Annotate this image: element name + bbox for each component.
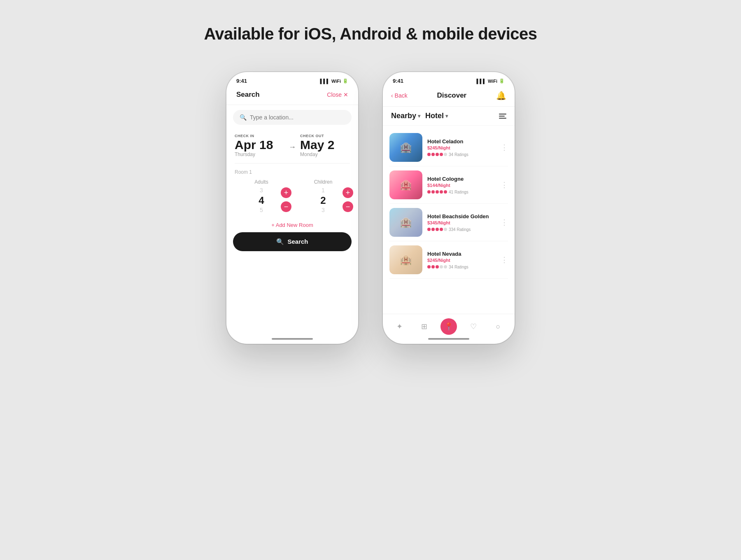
hotel-more-button[interactable]: ⋮ <box>501 255 508 264</box>
phone1-content: Search Close ✕ 🔍 CHECK IN Apr 18 Thursda… <box>226 86 358 335</box>
nav-profile[interactable]: ○ <box>490 318 506 335</box>
hotel-image: 🏨 <box>389 208 422 237</box>
hotel-image-decoration: 🏨 <box>389 170 422 199</box>
divider <box>235 163 350 163</box>
search-input-area: 🔍 <box>226 105 358 130</box>
rating-count: 34 Ratings <box>449 152 468 157</box>
children-block: Children 1 2 3 + − <box>296 179 350 215</box>
location-icon: 📍 <box>444 322 453 331</box>
checkin-block[interactable]: CHECK IN Apr 18 Thursday <box>235 134 284 157</box>
hotel-dropdown[interactable]: Hotel ▾ <box>425 112 448 120</box>
filter-line-2 <box>499 116 505 117</box>
phone-discover: 9:41 ▌▌▌ WiFi 🔋 ‹ Back Discover 🔔 Nearby… <box>383 72 515 344</box>
hotel-price: $245/Night <box>427 258 496 263</box>
close-button[interactable]: Close ✕ <box>327 91 348 98</box>
adults-stepper: 3 4 5 + − <box>235 187 288 215</box>
page-title: Available for iOS, Android & mobile devi… <box>204 25 537 43</box>
star-icon <box>444 228 447 231</box>
hotel-card[interactable]: 🏨 Hotel Nevada $245/Night 34 Ratings ⋮ <box>389 241 508 279</box>
nearby-label: Nearby <box>391 112 416 120</box>
status-bar-1: 9:41 ▌▌▌ WiFi 🔋 <box>226 72 358 86</box>
star-icon <box>427 190 431 194</box>
heart-icon: ♡ <box>470 322 477 331</box>
notification-bell-icon[interactable]: 🔔 <box>496 91 506 100</box>
adults-next: 5 <box>260 206 263 215</box>
wifi-icon-2: WiFi <box>488 79 497 84</box>
hotel-more-button[interactable]: ⋮ <box>501 143 508 152</box>
rating-count: 334 Ratings <box>449 227 471 232</box>
location-input[interactable] <box>250 114 345 121</box>
children-decrement-button[interactable]: − <box>343 201 353 212</box>
children-current: 2 <box>320 195 326 207</box>
star-icon <box>431 153 435 156</box>
star-icon <box>427 228 431 231</box>
stars-container <box>427 228 447 231</box>
status-time-1: 9:41 <box>236 78 247 84</box>
hotel-image: 🏨 <box>389 245 422 274</box>
dates-section: CHECK IN Apr 18 Thursday → CHECK OUT May… <box>226 130 358 157</box>
nav-grid[interactable]: ⊞ <box>416 318 432 335</box>
star-icon <box>440 228 443 231</box>
adults-label: Adults <box>235 179 288 185</box>
filter-adjust-button[interactable] <box>499 114 506 119</box>
hotel-rating: 34 Ratings <box>427 152 496 157</box>
search-button[interactable]: 🔍 Search <box>233 232 352 251</box>
star-icon <box>440 265 443 268</box>
home-bar-2 <box>428 338 469 340</box>
hotel-rating: 34 Ratings <box>427 265 496 269</box>
children-next: 3 <box>322 206 325 215</box>
hotel-more-button[interactable]: ⋮ <box>501 218 508 227</box>
adults-current: 4 <box>259 195 264 207</box>
adults-decrement-button[interactable]: − <box>281 201 291 212</box>
nav-favorites[interactable]: ♡ <box>465 318 482 335</box>
hotel-card[interactable]: 🏨 Hotel Beachside Golden $345/Night 334 … <box>389 204 508 241</box>
hotel-name: Hotel Beachside Golden <box>427 213 496 219</box>
star-icon <box>431 228 435 231</box>
battery-icon-2: 🔋 <box>499 78 505 84</box>
search-input-box[interactable]: 🔍 <box>233 110 352 125</box>
star-icon <box>431 265 435 268</box>
adults-increment-button[interactable]: + <box>281 187 291 198</box>
adults-block: Adults 3 4 5 + − <box>235 179 288 215</box>
nav-explore[interactable]: ✦ <box>391 318 408 335</box>
bottom-navigation: ✦ ⊞ 📍 ♡ ○ <box>383 314 515 335</box>
nav-location[interactable]: 📍 <box>440 318 457 335</box>
hotel-info: Hotel Cologne $144/Night 41 Ratings <box>427 176 496 194</box>
checkout-block[interactable]: CHECK OUT May 2 Monday <box>300 134 350 157</box>
filter-line-1 <box>499 114 506 114</box>
signal-icon-2: ▌▌▌ <box>476 79 486 84</box>
hotel-rating: 41 Ratings <box>427 190 496 194</box>
star-icon <box>436 190 439 194</box>
search-btn-label: Search <box>287 238 308 245</box>
home-bar-1 <box>272 338 313 340</box>
star-icon <box>440 153 443 156</box>
search-screen-header: Search Close ✕ <box>226 86 358 105</box>
phone-search: 9:41 ▌▌▌ WiFi 🔋 Search Close ✕ 🔍 <box>226 72 358 344</box>
hotel-name: Hotel Celadon <box>427 138 496 145</box>
checkout-day: Monday <box>300 152 350 157</box>
checkin-label: CHECK IN <box>235 134 284 138</box>
checkin-day: Thursday <box>235 152 284 157</box>
hotel-more-button[interactable]: ⋮ <box>501 180 508 189</box>
children-prev: 1 <box>322 187 325 195</box>
grid-icon: ⊞ <box>421 322 427 331</box>
nearby-dropdown[interactable]: Nearby ▾ <box>391 112 420 120</box>
hotel-image: 🏨 <box>389 133 422 162</box>
star-icon <box>444 190 447 194</box>
add-room-button[interactable]: + Add New Room <box>226 222 358 228</box>
hotel-info: Hotel Nevada $245/Night 34 Ratings <box>427 251 496 269</box>
checkin-date: Apr 18 <box>235 138 284 152</box>
search-icon: 🔍 <box>240 114 247 121</box>
hotel-card[interactable]: 🏨 Hotel Celadon $245/Night 34 Ratings ⋮ <box>389 129 508 166</box>
status-bar-2: 9:41 ▌▌▌ WiFi 🔋 <box>383 72 515 86</box>
hotel-info: Hotel Celadon $245/Night 34 Ratings <box>427 138 496 157</box>
filter-row: Nearby ▾ Hotel ▾ <box>383 107 515 126</box>
back-button[interactable]: ‹ Back <box>391 92 408 99</box>
children-label: Children <box>296 179 350 185</box>
hotel-card[interactable]: 🏨 Hotel Cologne $144/Night 41 Ratings ⋮ <box>389 166 508 204</box>
room-label: Room 1 <box>235 169 350 175</box>
dates-row: CHECK IN Apr 18 Thursday → CHECK OUT May… <box>235 134 350 157</box>
person-icon: ○ <box>496 322 501 331</box>
signal-icon: ▌▌▌ <box>320 79 329 84</box>
children-increment-button[interactable]: + <box>343 187 353 198</box>
